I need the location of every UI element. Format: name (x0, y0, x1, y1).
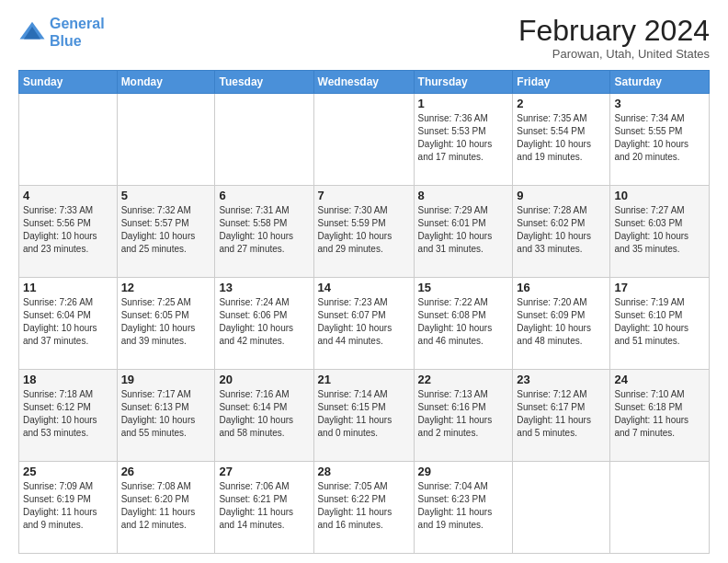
day-info: Sunrise: 7:18 AMSunset: 6:12 PMDaylight:… (23, 388, 113, 440)
day-info: Sunrise: 7:04 AMSunset: 6:23 PMDaylight:… (418, 480, 509, 532)
weekday-header-sunday: Sunday (19, 71, 118, 94)
calendar-cell: 11Sunrise: 7:26 AMSunset: 6:04 PMDayligh… (19, 278, 118, 370)
day-info: Sunrise: 7:34 AMSunset: 5:55 PMDaylight:… (614, 112, 705, 164)
page: General Blue February 2024 Parowan, Utah… (0, 0, 728, 563)
day-number: 13 (219, 281, 309, 294)
day-info: Sunrise: 7:32 AMSunset: 5:57 PMDaylight:… (121, 204, 211, 256)
day-number: 18 (23, 373, 113, 386)
logo-line1: General (50, 16, 105, 31)
calendar-cell: 21Sunrise: 7:14 AMSunset: 6:15 PMDayligh… (313, 370, 414, 462)
calendar-cell: 5Sunrise: 7:32 AMSunset: 5:57 PMDaylight… (117, 186, 215, 278)
weekday-header-row: SundayMondayTuesdayWednesdayThursdayFrid… (19, 71, 710, 94)
day-info: Sunrise: 7:17 AMSunset: 6:13 PMDaylight:… (121, 388, 211, 440)
calendar-cell (513, 462, 610, 554)
weekday-header-monday: Monday (117, 71, 215, 94)
day-info: Sunrise: 7:35 AMSunset: 5:54 PMDaylight:… (517, 112, 606, 164)
calendar-header: SundayMondayTuesdayWednesdayThursdayFrid… (19, 71, 710, 94)
day-info: Sunrise: 7:29 AMSunset: 6:01 PMDaylight:… (418, 204, 509, 256)
calendar-cell: 19Sunrise: 7:17 AMSunset: 6:13 PMDayligh… (117, 370, 215, 462)
calendar-cell (313, 94, 414, 186)
calendar-body: 1Sunrise: 7:36 AMSunset: 5:53 PMDaylight… (19, 94, 710, 554)
day-number: 24 (614, 373, 705, 386)
day-number: 23 (517, 373, 606, 386)
day-number: 22 (418, 373, 509, 386)
calendar-cell (610, 462, 710, 554)
day-number: 16 (517, 281, 606, 294)
calendar-cell: 1Sunrise: 7:36 AMSunset: 5:53 PMDaylight… (414, 94, 513, 186)
calendar-cell: 8Sunrise: 7:29 AMSunset: 6:01 PMDaylight… (414, 186, 513, 278)
calendar-cell: 10Sunrise: 7:27 AMSunset: 6:03 PMDayligh… (610, 186, 710, 278)
day-number: 19 (121, 373, 211, 386)
day-number: 29 (418, 465, 509, 478)
day-info: Sunrise: 7:16 AMSunset: 6:14 PMDaylight:… (219, 388, 309, 440)
day-info: Sunrise: 7:24 AMSunset: 6:06 PMDaylight:… (219, 296, 309, 348)
day-info: Sunrise: 7:08 AMSunset: 6:20 PMDaylight:… (121, 480, 211, 532)
day-info: Sunrise: 7:19 AMSunset: 6:10 PMDaylight:… (614, 296, 705, 348)
day-info: Sunrise: 7:09 AMSunset: 6:19 PMDaylight:… (23, 480, 113, 532)
day-number: 8 (418, 189, 509, 202)
day-number: 21 (318, 373, 410, 386)
calendar-week-0: 1Sunrise: 7:36 AMSunset: 5:53 PMDaylight… (19, 94, 710, 186)
day-info: Sunrise: 7:20 AMSunset: 6:09 PMDaylight:… (517, 296, 606, 348)
day-info: Sunrise: 7:25 AMSunset: 6:05 PMDaylight:… (121, 296, 211, 348)
weekday-header-wednesday: Wednesday (313, 71, 414, 94)
day-number: 2 (517, 97, 606, 110)
calendar-table: SundayMondayTuesdayWednesdayThursdayFrid… (18, 70, 710, 554)
calendar-cell (215, 94, 313, 186)
day-number: 5 (121, 189, 211, 202)
calendar-cell: 17Sunrise: 7:19 AMSunset: 6:10 PMDayligh… (610, 278, 710, 370)
day-info: Sunrise: 7:10 AMSunset: 6:18 PMDaylight:… (614, 388, 705, 440)
day-info: Sunrise: 7:27 AMSunset: 6:03 PMDaylight:… (614, 204, 705, 256)
day-number: 1 (418, 97, 509, 110)
logo-text: General Blue (50, 15, 105, 50)
calendar-week-4: 25Sunrise: 7:09 AMSunset: 6:19 PMDayligh… (19, 462, 710, 554)
day-info: Sunrise: 7:12 AMSunset: 6:17 PMDaylight:… (517, 388, 606, 440)
day-info: Sunrise: 7:13 AMSunset: 6:16 PMDaylight:… (418, 388, 509, 440)
calendar-cell: 25Sunrise: 7:09 AMSunset: 6:19 PMDayligh… (19, 462, 118, 554)
day-number: 4 (23, 189, 113, 202)
day-info: Sunrise: 7:36 AMSunset: 5:53 PMDaylight:… (418, 112, 509, 164)
day-number: 26 (121, 465, 211, 478)
weekday-header-thursday: Thursday (414, 71, 513, 94)
calendar-week-2: 11Sunrise: 7:26 AMSunset: 6:04 PMDayligh… (19, 278, 710, 370)
calendar-cell: 13Sunrise: 7:24 AMSunset: 6:06 PMDayligh… (215, 278, 313, 370)
day-info: Sunrise: 7:28 AMSunset: 6:02 PMDaylight:… (517, 204, 606, 256)
day-info: Sunrise: 7:30 AMSunset: 5:59 PMDaylight:… (318, 204, 410, 256)
calendar-cell: 3Sunrise: 7:34 AMSunset: 5:55 PMDaylight… (610, 94, 710, 186)
calendar-week-3: 18Sunrise: 7:18 AMSunset: 6:12 PMDayligh… (19, 370, 710, 462)
calendar-cell: 20Sunrise: 7:16 AMSunset: 6:14 PMDayligh… (215, 370, 313, 462)
calendar-cell (117, 94, 215, 186)
calendar-cell: 2Sunrise: 7:35 AMSunset: 5:54 PMDaylight… (513, 94, 610, 186)
calendar-cell: 22Sunrise: 7:13 AMSunset: 6:16 PMDayligh… (414, 370, 513, 462)
calendar-cell: 24Sunrise: 7:10 AMSunset: 6:18 PMDayligh… (610, 370, 710, 462)
day-number: 10 (614, 189, 705, 202)
calendar-cell: 18Sunrise: 7:18 AMSunset: 6:12 PMDayligh… (19, 370, 118, 462)
weekday-header-tuesday: Tuesday (215, 71, 313, 94)
title-section: February 2024 Parowan, Utah, United Stat… (518, 15, 710, 61)
calendar-cell: 4Sunrise: 7:33 AMSunset: 5:56 PMDaylight… (19, 186, 118, 278)
calendar-cell: 28Sunrise: 7:05 AMSunset: 6:22 PMDayligh… (313, 462, 414, 554)
logo-icon (18, 18, 46, 46)
day-number: 9 (517, 189, 606, 202)
subtitle: Parowan, Utah, United States (518, 47, 710, 61)
day-info: Sunrise: 7:05 AMSunset: 6:22 PMDaylight:… (318, 480, 410, 532)
calendar-cell: 27Sunrise: 7:06 AMSunset: 6:21 PMDayligh… (215, 462, 313, 554)
day-info: Sunrise: 7:14 AMSunset: 6:15 PMDaylight:… (318, 388, 410, 440)
calendar-cell: 23Sunrise: 7:12 AMSunset: 6:17 PMDayligh… (513, 370, 610, 462)
day-number: 20 (219, 373, 309, 386)
main-title: February 2024 (518, 15, 710, 47)
day-number: 15 (418, 281, 509, 294)
day-number: 6 (219, 189, 309, 202)
calendar-week-1: 4Sunrise: 7:33 AMSunset: 5:56 PMDaylight… (19, 186, 710, 278)
calendar-cell (19, 94, 118, 186)
calendar-cell: 7Sunrise: 7:30 AMSunset: 5:59 PMDaylight… (313, 186, 414, 278)
day-number: 12 (121, 281, 211, 294)
day-number: 27 (219, 465, 309, 478)
weekday-header-friday: Friday (513, 71, 610, 94)
calendar-cell: 29Sunrise: 7:04 AMSunset: 6:23 PMDayligh… (414, 462, 513, 554)
calendar-cell: 15Sunrise: 7:22 AMSunset: 6:08 PMDayligh… (414, 278, 513, 370)
logo: General Blue (18, 15, 105, 50)
day-info: Sunrise: 7:31 AMSunset: 5:58 PMDaylight:… (219, 204, 309, 256)
day-number: 3 (614, 97, 705, 110)
calendar-cell: 9Sunrise: 7:28 AMSunset: 6:02 PMDaylight… (513, 186, 610, 278)
